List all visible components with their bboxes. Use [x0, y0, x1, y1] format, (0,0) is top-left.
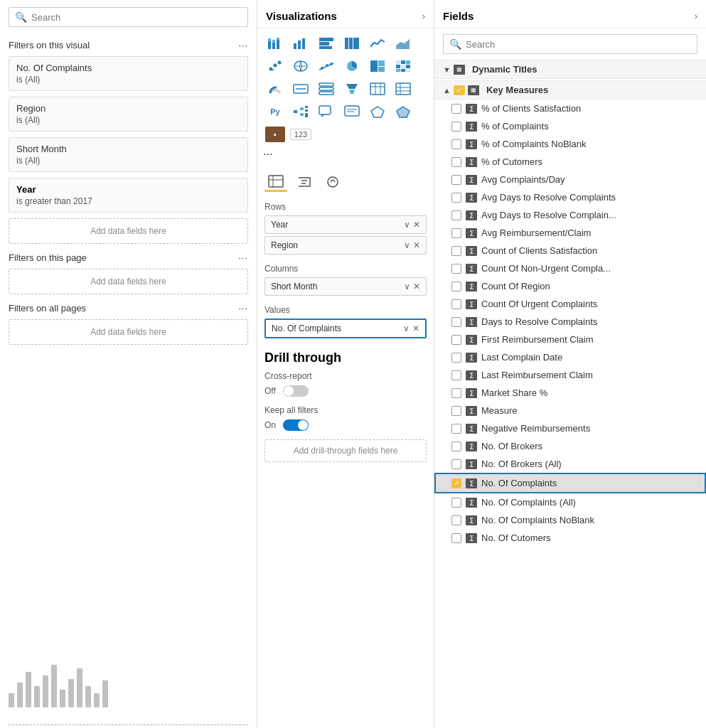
fields-expand-icon[interactable]: › — [695, 11, 697, 21]
viz-icon-stacked-bar[interactable] — [263, 33, 287, 54]
add-drillthrough-btn[interactable]: Add drill-through fields here — [264, 439, 427, 462]
field-checkbox[interactable] — [451, 515, 461, 525]
fields-list-item[interactable]: ∑Avg Complaints/Day — [434, 171, 706, 188]
viz-icon-area-chart[interactable] — [391, 33, 415, 54]
viz-icon-multirow-card[interactable] — [314, 78, 338, 100]
viz-icon-horizontal-bar[interactable] — [340, 33, 364, 54]
fields-list-item[interactable]: ∑% of Cutomers — [434, 153, 706, 171]
viz-icon-card[interactable] — [289, 78, 313, 100]
filter-card-complaints[interactable]: No. Of Complaints is (All) — [9, 56, 248, 91]
values-field-complaints[interactable]: No. Of Complaints ∨ ✕ — [264, 318, 427, 338]
field-checkbox[interactable] — [451, 317, 461, 327]
viz-analytics-tab[interactable] — [321, 172, 344, 192]
field-checkbox[interactable] — [451, 498, 461, 508]
values-complaints-chevron[interactable]: ∨ — [403, 323, 410, 333]
fields-search-box[interactable]: 🔍 — [443, 34, 697, 54]
fields-list-item[interactable]: ∑No. Of Brokers (All) — [434, 455, 706, 473]
fields-list-item[interactable]: ∑No. Of Complaints — [434, 473, 706, 493]
viz-icon-treemap[interactable] — [365, 55, 390, 77]
filters-search-box[interactable]: 🔍 — [9, 7, 248, 27]
fields-search-input[interactable] — [466, 39, 691, 50]
viz-more-options[interactable]: ··· — [257, 146, 434, 166]
viz-format-tab[interactable] — [293, 172, 316, 192]
filters-on-page-menu[interactable]: ··· — [238, 252, 248, 263]
fields-list-item[interactable]: ∑Market Share % — [434, 384, 706, 402]
viz-icon-shape-map[interactable] — [365, 101, 390, 122]
viz-icon-line-scatter[interactable] — [314, 55, 338, 77]
viz-icon-filled-map[interactable] — [391, 101, 415, 122]
fields-list-item[interactable]: ∑No. Of Complaints NoBlank — [434, 511, 706, 529]
fields-list-item[interactable]: ∑Negative Reimbursements — [434, 419, 706, 437]
field-checkbox[interactable] — [451, 264, 461, 274]
filter-card-year[interactable]: Year is greater than 2017 — [9, 178, 248, 213]
viz-icon-matrix[interactable] — [391, 78, 415, 100]
fields-list-item[interactable]: ∑Last Complain Date — [434, 348, 706, 366]
viz-icon-heatmap[interactable] — [391, 55, 415, 77]
field-checkbox[interactable] — [451, 122, 461, 132]
field-checkbox[interactable] — [451, 478, 461, 488]
fields-list-item[interactable]: ∑% of Clients Satisfaction — [434, 100, 706, 117]
field-checkbox[interactable] — [451, 406, 461, 416]
fields-list-item[interactable]: ∑Last Reimbursement Claim — [434, 366, 706, 384]
viz-icon-chat[interactable] — [314, 101, 338, 122]
field-checkbox[interactable] — [451, 424, 461, 434]
filters-on-visual-menu[interactable]: ··· — [238, 40, 248, 50]
fields-list-item[interactable]: ∑Measure — [434, 402, 706, 419]
viz-fields-tab[interactable] — [264, 172, 287, 192]
cross-report-toggle[interactable] — [283, 385, 309, 397]
viz-icon-gauge[interactable] — [263, 78, 287, 100]
field-checkbox[interactable] — [451, 335, 461, 345]
columns-shortmonth-remove[interactable]: ✕ — [413, 282, 420, 291]
field-checkbox[interactable] — [451, 228, 461, 238]
fields-list-item[interactable]: ∑No. Of Cutomers — [434, 529, 706, 547]
rows-field-region[interactable]: Region ∨ ✕ — [264, 236, 427, 255]
viz-icon-dark-custom[interactable]: ▪ — [263, 124, 287, 145]
field-checkbox[interactable] — [451, 193, 461, 203]
field-checkbox[interactable] — [451, 388, 461, 398]
fields-list-item[interactable]: ∑Avg Reimbursement/Claim — [434, 224, 706, 242]
viz-icon-scatter[interactable] — [263, 55, 287, 77]
field-checkbox[interactable] — [451, 157, 461, 167]
viz-icon-funnel[interactable] — [340, 78, 364, 100]
viz-icon-100pct-bar[interactable] — [314, 33, 338, 54]
field-checkbox[interactable] — [451, 139, 461, 149]
fields-list-item[interactable]: ∑No. Of Complaints (All) — [434, 493, 706, 511]
viz-icon-line-chart[interactable] — [365, 33, 390, 54]
viz-icon-decomp-tree[interactable] — [289, 101, 313, 122]
fields-list-item[interactable]: ∑% of Complaints NoBlank — [434, 135, 706, 153]
field-checkbox[interactable] — [451, 175, 461, 185]
fields-list-item[interactable]: ∑% of Complaints — [434, 117, 706, 135]
fields-list-item[interactable]: ∑Count Of Region — [434, 277, 706, 295]
columns-field-shortmonth[interactable]: Short Month ∨ ✕ — [264, 277, 427, 296]
add-data-visual-btn[interactable]: Add data fields here — [9, 218, 248, 244]
columns-shortmonth-chevron[interactable]: ∨ — [404, 282, 410, 291]
field-checkbox[interactable] — [451, 210, 461, 220]
rows-field-year[interactable]: Year ∨ ✕ — [264, 215, 427, 234]
field-checkbox[interactable] — [451, 459, 461, 469]
fields-list-item[interactable]: ∑Days to Resolve Complaints — [434, 313, 706, 331]
values-complaints-remove[interactable]: ✕ — [412, 323, 419, 333]
filters-on-allpages-menu[interactable]: ··· — [238, 303, 248, 314]
rows-year-chevron[interactable]: ∨ — [404, 220, 410, 230]
fields-list-item[interactable]: ∑Avg Days to Resolve Complain... — [434, 206, 706, 224]
viz-expand-icon[interactable]: › — [422, 11, 425, 21]
field-checkbox[interactable] — [451, 104, 461, 114]
field-checkbox[interactable] — [451, 299, 461, 309]
filters-search-input[interactable] — [31, 12, 242, 23]
rows-region-chevron[interactable]: ∨ — [404, 240, 410, 250]
keep-filters-toggle[interactable] — [283, 419, 309, 431]
add-data-page-btn[interactable]: Add data fields here — [9, 269, 248, 294]
fields-list-item[interactable]: ∑Count of Clients Satisfaction — [434, 242, 706, 259]
add-data-allpages-btn[interactable]: Add data fields here — [9, 319, 248, 345]
fields-list-item[interactable]: ∑No. Of Brokers — [434, 437, 706, 455]
viz-icon-123[interactable]: 123 — [289, 124, 313, 145]
fields-list-item[interactable]: ∑First Reimbursement Claim — [434, 331, 706, 348]
fields-list-item[interactable]: ∑Count Of Urgent Complaints — [434, 295, 706, 313]
viz-icon-pie[interactable] — [340, 55, 364, 77]
fields-list-item[interactable]: ∑Avg Days to Resolve Complaints — [434, 188, 706, 206]
filter-card-shortmonth[interactable]: Short Month is (All) — [9, 137, 248, 172]
viz-icon-bar-chart[interactable] — [289, 33, 313, 54]
fields-group-dynamic-titles-header[interactable]: ▼ ▦ Dynamic Titles — [434, 60, 706, 79]
rows-region-remove[interactable]: ✕ — [413, 240, 420, 250]
field-checkbox[interactable] — [451, 441, 461, 451]
